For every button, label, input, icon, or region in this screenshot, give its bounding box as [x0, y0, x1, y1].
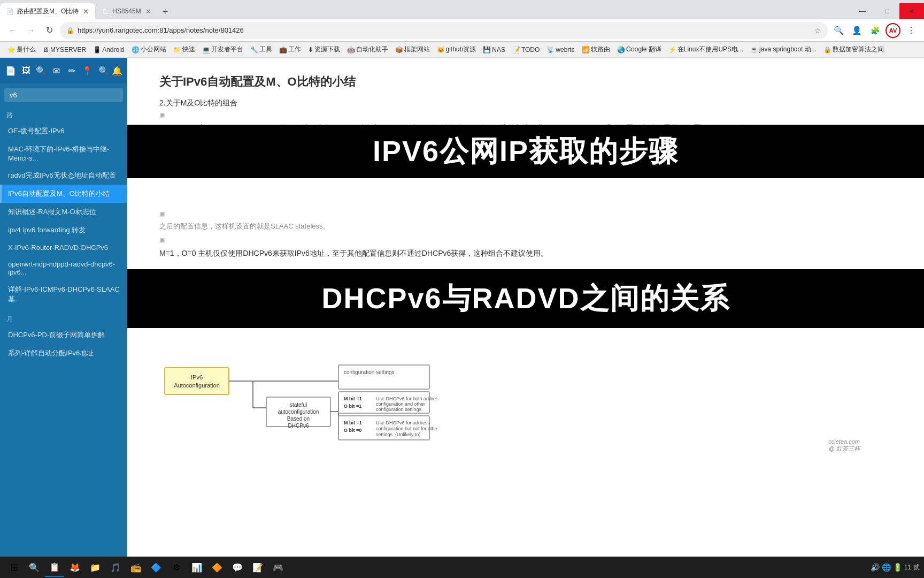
bookmark-work[interactable]: 💼 工作 — [276, 44, 304, 55]
extensions-icon[interactable]: 🧩 — [867, 23, 882, 38]
sidebar-item-ipv6-auto[interactable]: IPv6自动配置及M、O比特的小结 — [0, 185, 127, 203]
tab-add-button[interactable]: + — [158, 4, 173, 19]
profile-icon[interactable]: 👤 — [849, 23, 864, 38]
svg-text:Use DHCPv6 for both address: Use DHCPv6 for both address — [376, 396, 437, 401]
tray-icon-1[interactable]: 🔊 — [871, 563, 880, 572]
app-container: 📄 🖼 🔍 ✉ ✏ 📍 🔍 🔔 路 OE-拨号配置-IPv6 MAC-环境下的-… — [0, 58, 924, 557]
bookmark-xgwz[interactable]: 🌐 小公网站 — [128, 44, 170, 55]
maximize-button[interactable]: □ — [875, 3, 899, 19]
content-wrapper: 关于IPv6自动配置及M、O比特的小结 2.关于M及O比特的组合 ▣ M=0，O… — [159, 74, 892, 447]
bookmark-webrtc[interactable]: 📡 webrtc — [543, 45, 578, 55]
tab-inactive[interactable]: 📄 HS8545M ✕ — [95, 3, 157, 19]
sidebar-location-icon[interactable]: 📍 — [81, 62, 94, 79]
bookmark-download[interactable]: ⬇ 资源下载 — [305, 44, 343, 55]
svg-text:configuration settings: configuration settings — [376, 407, 422, 412]
sidebar-search-top-icon[interactable]: 🔍 — [98, 63, 109, 78]
tab-close-inactive[interactable]: ✕ — [145, 7, 151, 16]
tab-active[interactable]: 📄 路由配置及M、O比特 ✕ — [0, 3, 95, 19]
taskbar-orange-btn[interactable]: 🔶 — [207, 558, 227, 577]
toolbar-search-icon[interactable]: 🔍 — [831, 23, 846, 38]
svg-text:settings. (Unlikely to): settings. (Unlikely to) — [376, 432, 421, 437]
sidebar-item-series[interactable]: 系列-详解自动分配IPv6地址 — [0, 344, 127, 362]
sidebar-item-oe[interactable]: OE-拨号配置-IPv6 — [0, 122, 127, 140]
taskbar-blue-btn[interactable]: 🔷 — [147, 558, 166, 577]
forward-button[interactable]: → — [24, 23, 38, 38]
lock-icon: 🔒 — [66, 27, 74, 34]
sidebar-item-mac[interactable]: MAC-环境下的-IPv6-桥接与中继-Menci-s... — [0, 140, 127, 166]
bookmark-translate[interactable]: 🌏 Google 翻译 — [614, 44, 665, 55]
window-controls: — □ ✕ — [850, 3, 924, 19]
sidebar-search — [0, 83, 127, 107]
bookmark-android[interactable]: 📱 Android — [90, 45, 127, 55]
sidebar-item-knowledge[interactable]: 知识概述-RA报文M-O标志位 — [0, 203, 127, 221]
taskbar-settings-btn[interactable]: ⚙ — [167, 558, 186, 577]
page-title: 关于IPv6自动配置及M、O比特的小结 — [159, 74, 892, 90]
sys-tray: 🔊 🌐 🔋 11 贰 — [871, 563, 920, 572]
taskbar-note-btn[interactable]: 🎵 — [106, 558, 125, 577]
diagram-watermark: ccietea.com@ 红茶三杯 — [828, 438, 860, 453]
url-bar[interactable]: 🔒 https://yun6.rangotec.com:81/apps/note… — [60, 22, 828, 39]
main-content: 关于IPv6自动配置及M、O比特的小结 2.关于M及O比特的组合 ▣ M=0，O… — [127, 58, 924, 557]
sidebar-image-icon[interactable]: 🖼 — [20, 62, 33, 79]
bookmark-java[interactable]: ☕ java springboot 动... — [747, 44, 820, 55]
bookmark-router[interactable]: 📶 软路由 — [579, 44, 613, 55]
tray-icon-2[interactable]: 🌐 — [882, 563, 891, 572]
sidebar-edit-icon[interactable]: ✏ — [65, 62, 79, 79]
banner-bottom: DHCPv6与RADVD之间的关系 — [127, 269, 924, 328]
bookmark-todo[interactable]: 📝 TODO — [509, 45, 543, 55]
bookmark-github[interactable]: 🐱 github资源 — [434, 44, 480, 55]
start-button[interactable]: ⊞ — [4, 558, 24, 577]
taskbar-file-btn[interactable]: 📋 — [45, 558, 64, 577]
sidebar-item-dhcpv6-pd[interactable]: DHCPv6-PD-前缀子网简单拆解 — [0, 326, 127, 344]
taskbar-msg-btn[interactable]: 💬 — [228, 558, 247, 577]
url-text: https://yun6.rangotec.com:81/apps/notes/… — [78, 26, 811, 34]
sidebar-search-icon[interactable]: 🔍 — [35, 62, 48, 79]
bookmark-tools[interactable]: 🔧 工具 — [247, 44, 275, 55]
bookmark-devplatform[interactable]: 💻 开发者平台 — [199, 44, 247, 55]
bookmark-framework[interactable]: 📦 框架网站 — [392, 44, 433, 55]
back-button[interactable]: ← — [5, 23, 20, 38]
nav-section-header-2: 月 — [0, 308, 127, 326]
sidebar-files-icon[interactable]: 📄 — [4, 62, 18, 79]
bookmark-crypto[interactable]: 🔒 数据加密算法之间 — [820, 44, 887, 55]
tab-label-inactive: HS8545M — [112, 7, 141, 15]
sidebar-item-radvd[interactable]: radvd完成IPv6无状态地址自动配置 — [0, 166, 127, 185]
paragraph-2: 之后的配置信息，这样机设置的就是SLAAC stateless。 — [159, 220, 892, 232]
minimize-button[interactable]: — — [850, 3, 875, 19]
bookmark-linux-ups[interactable]: ⚡ 在Linux不使用UPS电... — [665, 44, 746, 55]
browser-menu-icon[interactable]: ⋮ — [904, 23, 919, 38]
content-icon-4: ▣ — [159, 237, 892, 244]
sidebar-item-openwrt[interactable]: openwrt-ndp-ndppd-radvd-dhcpv6-ipv6... — [0, 256, 127, 280]
sidebar-item-forwarding[interactable]: ipv4 ipv6 forwarding 转发 — [0, 221, 127, 239]
taskbar-monitor-btn[interactable]: 📊 — [187, 558, 206, 577]
paragraph-3: M=1，O=0 主机仅仅使用DHCPv6来获取IPv6地址，至于其他配置信息则不… — [159, 247, 892, 260]
tray-icon-3[interactable]: 🔋 — [893, 563, 902, 572]
taskbar: ⊞ 🔍 📋 🦊 📁 🎵 📻 🔷 ⚙ 📊 🔶 💬 📝 🎮 🔊 🌐 🔋 11 贰 — [0, 557, 924, 578]
bookmark-automation[interactable]: 🤖 自动化助手 — [344, 44, 391, 55]
tray-clock: 11 — [904, 564, 911, 571]
tab-close-active[interactable]: ✕ — [83, 7, 89, 16]
sidebar-search-input[interactable] — [4, 88, 123, 102]
bookmark-kuaisu[interactable]: 📁 快速 — [170, 44, 198, 55]
taskbar-note2-btn[interactable]: 📝 — [248, 558, 267, 577]
svg-text:Autoconfiguration: Autoconfiguration — [174, 382, 220, 389]
content-icon-3: ▣ — [159, 210, 892, 217]
av-icon[interactable]: AV — [886, 23, 900, 38]
sidebar-bell-icon[interactable]: 🔔 — [112, 63, 123, 78]
taskbar-search-btn[interactable]: 🔍 — [25, 558, 44, 577]
taskbar-radio-btn[interactable]: 📻 — [126, 558, 145, 577]
close-button[interactable]: ✕ — [899, 3, 924, 19]
svg-text:configuration and other: configuration and other — [376, 401, 425, 407]
star-icon[interactable]: ☆ — [814, 26, 821, 35]
taskbar-folder-btn[interactable]: 📁 — [86, 558, 105, 577]
refresh-button[interactable]: ↻ — [42, 23, 57, 38]
sidebar-mail-icon[interactable]: ✉ — [50, 62, 64, 79]
bookmark-nas[interactable]: 💾 NAS — [480, 45, 509, 55]
svg-rect-12 — [338, 365, 429, 389]
taskbar-firefox-btn[interactable]: 🦊 — [65, 558, 84, 577]
taskbar-game-btn[interactable]: 🎮 — [268, 558, 288, 577]
bookmark-myserver[interactable]: 🖥 MYSERVER — [40, 45, 89, 55]
sidebar-item-details[interactable]: 详解-IPv6-ICMPv6-DHCPv6-SLAAC基... — [0, 280, 127, 308]
bookmark-shime[interactable]: ⭐ 是什么 — [4, 44, 39, 55]
sidebar-item-router-radvd[interactable]: X-IPv6-Router-RADVD-DHCPv6 — [0, 239, 127, 256]
